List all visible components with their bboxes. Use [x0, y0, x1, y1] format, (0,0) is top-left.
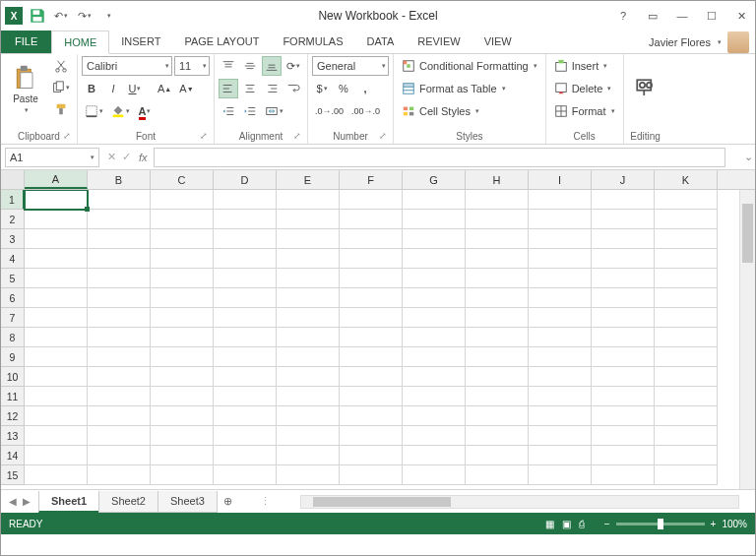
cell[interactable]: [277, 190, 340, 210]
row-header[interactable]: 1: [1, 190, 25, 210]
cell[interactable]: [403, 249, 466, 269]
cell[interactable]: [529, 465, 592, 485]
cell[interactable]: [277, 465, 340, 485]
cell[interactable]: [655, 367, 718, 387]
increase-font-button[interactable]: A▲: [155, 79, 174, 98]
cell[interactable]: [88, 249, 151, 269]
cell[interactable]: [25, 328, 88, 347]
cell[interactable]: [151, 249, 214, 269]
decrease-decimal-button[interactable]: .00→.0: [348, 101, 383, 121]
sheet-tab[interactable]: Sheet2: [98, 491, 158, 513]
cell[interactable]: [25, 347, 88, 367]
cell[interactable]: [592, 210, 655, 229]
column-header[interactable]: G: [403, 170, 466, 189]
cell[interactable]: [592, 387, 655, 406]
cell[interactable]: [592, 465, 655, 485]
cell[interactable]: [277, 328, 340, 347]
minimize-icon[interactable]: ―: [672, 6, 692, 26]
ribbon-display-icon[interactable]: ▭: [643, 6, 662, 26]
cell[interactable]: [151, 308, 214, 328]
cell[interactable]: [403, 190, 466, 210]
user-account[interactable]: Javier Flores▾: [649, 31, 755, 53]
cell[interactable]: [88, 229, 151, 249]
maximize-icon[interactable]: ☐: [702, 6, 722, 26]
tab-page-layout[interactable]: PAGE LAYOUT: [172, 30, 271, 53]
cell[interactable]: [88, 269, 151, 288]
row-header[interactable]: 15: [1, 465, 25, 485]
cell[interactable]: [214, 249, 277, 269]
cell[interactable]: [403, 446, 466, 465]
cell[interactable]: [403, 426, 466, 446]
cell[interactable]: [214, 308, 277, 328]
paste-button[interactable]: Paste▾: [5, 56, 46, 121]
cell[interactable]: [466, 406, 529, 426]
align-middle-button[interactable]: [240, 56, 260, 76]
cell[interactable]: [529, 426, 592, 446]
new-sheet-button[interactable]: ⊕: [217, 495, 240, 508]
cell[interactable]: [655, 210, 718, 229]
cell[interactable]: [592, 269, 655, 288]
cell[interactable]: [25, 190, 88, 210]
cell[interactable]: [529, 288, 592, 308]
cell[interactable]: [151, 190, 214, 210]
cell[interactable]: [340, 367, 403, 387]
decrease-indent-button[interactable]: [219, 101, 238, 121]
cell[interactable]: [214, 367, 277, 387]
cell[interactable]: [25, 446, 88, 465]
cell[interactable]: [151, 426, 214, 446]
cell[interactable]: [655, 426, 718, 446]
font-size-combo[interactable]: 11▾: [174, 56, 210, 76]
cell[interactable]: [655, 387, 718, 406]
cell[interactable]: [214, 328, 277, 347]
cell[interactable]: [655, 269, 718, 288]
cell[interactable]: [340, 446, 403, 465]
underline-button[interactable]: U▾: [125, 79, 145, 98]
cell[interactable]: [466, 426, 529, 446]
merge-center-button[interactable]: ▾: [262, 101, 286, 121]
help-icon[interactable]: ?: [613, 6, 633, 26]
cell[interactable]: [88, 387, 151, 406]
cell[interactable]: [214, 269, 277, 288]
column-header[interactable]: I: [529, 170, 592, 189]
tab-insert[interactable]: INSERT: [109, 30, 172, 53]
cell[interactable]: [655, 190, 718, 210]
column-header[interactable]: B: [88, 170, 151, 189]
cell[interactable]: [277, 249, 340, 269]
excel-app-icon[interactable]: X: [5, 7, 23, 25]
undo-icon[interactable]: ↶▾: [52, 7, 70, 25]
bold-button[interactable]: B: [82, 79, 101, 98]
cell[interactable]: [277, 426, 340, 446]
zoom-slider[interactable]: [616, 523, 705, 525]
cell[interactable]: [277, 367, 340, 387]
cell[interactable]: [340, 229, 403, 249]
column-header[interactable]: A: [25, 170, 88, 189]
enter-formula-icon[interactable]: ✓: [122, 151, 131, 163]
column-header[interactable]: E: [277, 170, 340, 189]
font-color-button[interactable]: A▾: [135, 101, 155, 121]
cell[interactable]: [340, 249, 403, 269]
cell[interactable]: [592, 288, 655, 308]
column-header[interactable]: D: [214, 170, 277, 189]
row-header[interactable]: 6: [1, 288, 25, 308]
cell[interactable]: [403, 367, 466, 387]
cell[interactable]: [592, 229, 655, 249]
row-header[interactable]: 4: [1, 249, 25, 269]
cell[interactable]: [151, 288, 214, 308]
align-left-button[interactable]: [219, 79, 238, 98]
cell[interactable]: [214, 406, 277, 426]
cell[interactable]: [655, 406, 718, 426]
cell[interactable]: [466, 210, 529, 229]
format-cells-button[interactable]: Format▾: [550, 101, 619, 121]
decrease-font-button[interactable]: A▼: [176, 79, 196, 98]
insert-cells-button[interactable]: Insert▾: [550, 56, 619, 76]
cell[interactable]: [25, 426, 88, 446]
cell[interactable]: [214, 288, 277, 308]
sheet-tab[interactable]: Sheet1: [38, 491, 99, 513]
cell[interactable]: [277, 406, 340, 426]
number-format-combo[interactable]: General▾: [312, 56, 389, 76]
cell[interactable]: [403, 347, 466, 367]
cell[interactable]: [655, 465, 718, 485]
cell[interactable]: [277, 387, 340, 406]
cell[interactable]: [340, 288, 403, 308]
cell[interactable]: [214, 210, 277, 229]
